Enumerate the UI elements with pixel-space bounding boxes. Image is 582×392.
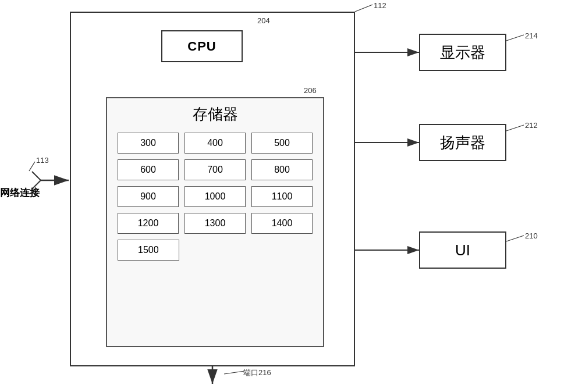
memory-cell-1000: 1000 [184,186,246,207]
memory-box: 存储器 300 400 500 600 700 800 900 1000 110… [106,97,324,347]
svg-line-18 [506,236,524,241]
memory-grid: 300 400 500 600 700 800 900 1000 1100 12… [107,133,323,234]
ref-214: 214 [525,31,538,40]
memory-row-single: 1500 [107,240,323,261]
memory-cell-1300: 1300 [184,213,246,234]
memory-cell-1400: 1400 [251,213,313,234]
ref-113: 113 [36,156,49,165]
memory-cell-1500: 1500 [118,240,179,261]
ref-212: 212 [525,121,538,130]
svg-line-11 [32,172,41,180]
ref-206: 206 [304,86,317,95]
svg-line-19 [29,162,35,171]
cpu-label: CPU [187,39,216,54]
network-label: 网络连接 [0,186,40,199]
memory-cell-1200: 1200 [118,213,179,234]
diagram-container: CPU 存储器 300 400 500 600 700 800 900 1000… [0,0,582,392]
memory-cell-800: 800 [251,159,313,180]
memory-cell-700: 700 [184,159,246,180]
memory-cell-500: 500 [251,133,313,154]
display-label: 显示器 [440,42,485,63]
memory-cell-900: 900 [118,186,179,207]
svg-line-17 [506,125,524,131]
memory-cell-400: 400 [184,133,246,154]
main-system-box: CPU 存储器 300 400 500 600 700 800 900 1000… [70,12,355,366]
svg-line-16 [506,35,524,41]
ref-204: 204 [257,16,270,25]
ref-210: 210 [525,231,538,240]
svg-line-14 [355,5,372,12]
svg-line-20 [224,371,244,374]
memory-title: 存储器 [107,104,323,124]
speaker-box: 扬声器 [419,124,506,161]
cpu-box: CPU [161,30,243,62]
display-box: 显示器 [419,34,506,71]
ui-box: UI [419,231,506,269]
port-label: 端口216 [243,368,271,378]
memory-cell-600: 600 [118,159,179,180]
ui-label: UI [455,241,470,259]
speaker-label: 扬声器 [440,133,485,153]
ref-112: 112 [374,1,386,10]
memory-cell-1100: 1100 [251,186,313,207]
memory-cell-300: 300 [118,133,179,154]
